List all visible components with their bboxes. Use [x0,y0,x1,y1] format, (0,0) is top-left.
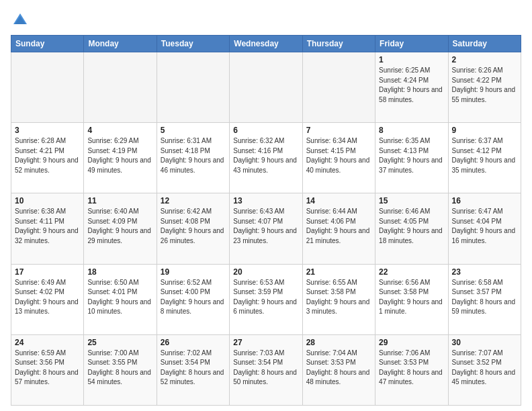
day-detail: Sunrise: 6:40 AMSunset: 4:09 PMDaylight:… [87,207,152,246]
day-detail: Sunrise: 7:00 AMSunset: 3:55 PMDaylight:… [87,349,152,387]
calendar-cell: 6Sunrise: 6:32 AMSunset: 4:16 PMDaylight… [230,123,302,193]
weekday-header-monday: Monday [84,36,157,52]
calendar-table: SundayMondayTuesdayWednesdayThursdayFrid… [11,35,521,406]
day-detail: Sunrise: 6:35 AMSunset: 4:13 PMDaylight:… [379,136,444,175]
day-detail: Sunrise: 7:07 AMSunset: 3:52 PMDaylight:… [452,349,517,387]
calendar-cell: 5Sunrise: 6:31 AMSunset: 4:18 PMDaylight… [157,123,229,193]
logo [11,11,32,30]
day-number: 5 [161,126,226,135]
day-detail: Sunrise: 6:25 AMSunset: 4:24 PMDaylight:… [379,66,444,105]
calendar-cell: 9Sunrise: 6:37 AMSunset: 4:12 PMDaylight… [448,123,521,193]
calendar-cell: 20Sunrise: 6:53 AMSunset: 3:59 PMDayligh… [230,264,302,334]
day-number: 27 [233,338,298,347]
day-number: 6 [233,126,298,135]
day-number: 24 [15,338,80,347]
calendar-cell: 21Sunrise: 6:55 AMSunset: 3:58 PMDayligh… [302,264,375,334]
calendar-cell [230,52,302,123]
calendar-week-3: 17Sunrise: 6:49 AMSunset: 4:02 PMDayligh… [11,264,521,334]
day-detail: Sunrise: 6:42 AMSunset: 4:08 PMDaylight:… [161,207,226,246]
day-detail: Sunrise: 7:03 AMSunset: 3:54 PMDaylight:… [233,349,298,387]
header [11,11,521,30]
calendar-cell: 3Sunrise: 6:28 AMSunset: 4:21 PMDaylight… [11,123,84,193]
calendar-cell [84,52,157,123]
day-number: 9 [452,126,517,135]
weekday-header-sunday: Sunday [11,36,84,52]
calendar-cell: 17Sunrise: 6:49 AMSunset: 4:02 PMDayligh… [11,264,84,334]
page: SundayMondayTuesdayWednesdayThursdayFrid… [0,0,532,411]
day-detail: Sunrise: 6:43 AMSunset: 4:07 PMDaylight:… [233,207,298,246]
weekday-header-tuesday: Tuesday [157,36,229,52]
day-detail: Sunrise: 6:34 AMSunset: 4:15 PMDaylight:… [306,136,371,175]
weekday-header-thursday: Thursday [302,36,375,52]
day-number: 10 [15,196,80,205]
day-number: 8 [379,126,444,135]
day-detail: Sunrise: 6:46 AMSunset: 4:05 PMDaylight:… [379,207,444,246]
calendar-cell: 7Sunrise: 6:34 AMSunset: 4:15 PMDaylight… [302,123,375,193]
day-number: 15 [379,196,444,205]
day-number: 18 [87,267,152,277]
day-detail: Sunrise: 6:29 AMSunset: 4:19 PMDaylight:… [87,136,152,175]
calendar-cell: 15Sunrise: 6:46 AMSunset: 4:05 PMDayligh… [375,193,448,264]
calendar-cell: 19Sunrise: 6:52 AMSunset: 4:00 PMDayligh… [157,264,229,334]
calendar-cell: 11Sunrise: 6:40 AMSunset: 4:09 PMDayligh… [84,193,157,264]
calendar-week-0: 1Sunrise: 6:25 AMSunset: 4:24 PMDaylight… [11,52,521,123]
day-number: 22 [379,267,444,277]
calendar-cell: 27Sunrise: 7:03 AMSunset: 3:54 PMDayligh… [230,334,302,405]
calendar-cell: 18Sunrise: 6:50 AMSunset: 4:01 PMDayligh… [84,264,157,334]
day-number: 30 [452,338,517,347]
day-number: 26 [161,338,226,347]
calendar-cell: 12Sunrise: 6:42 AMSunset: 4:08 PMDayligh… [157,193,229,264]
day-number: 23 [452,267,517,277]
day-detail: Sunrise: 6:58 AMSunset: 3:57 PMDaylight:… [452,278,517,317]
day-number: 28 [306,338,371,347]
day-number: 13 [233,196,298,205]
day-detail: Sunrise: 6:38 AMSunset: 4:11 PMDaylight:… [15,207,80,246]
calendar-week-2: 10Sunrise: 6:38 AMSunset: 4:11 PMDayligh… [11,193,521,264]
calendar-cell: 8Sunrise: 6:35 AMSunset: 4:13 PMDaylight… [375,123,448,193]
day-detail: Sunrise: 6:32 AMSunset: 4:16 PMDaylight:… [233,136,298,175]
weekday-header-wednesday: Wednesday [230,36,302,52]
weekday-row: SundayMondayTuesdayWednesdayThursdayFrid… [11,36,521,52]
day-number: 11 [87,196,152,205]
day-number: 25 [87,338,152,347]
calendar-cell: 28Sunrise: 7:04 AMSunset: 3:53 PMDayligh… [302,334,375,405]
weekday-header-friday: Friday [375,36,448,52]
day-detail: Sunrise: 7:06 AMSunset: 3:53 PMDaylight:… [379,349,444,387]
day-detail: Sunrise: 6:55 AMSunset: 3:58 PMDaylight:… [306,278,371,317]
calendar-cell [302,52,375,123]
day-detail: Sunrise: 6:37 AMSunset: 4:12 PMDaylight:… [452,136,517,175]
calendar-cell: 14Sunrise: 6:44 AMSunset: 4:06 PMDayligh… [302,193,375,264]
calendar-cell: 26Sunrise: 7:02 AMSunset: 3:54 PMDayligh… [157,334,229,405]
day-detail: Sunrise: 6:56 AMSunset: 3:58 PMDaylight:… [379,278,444,317]
calendar-week-1: 3Sunrise: 6:28 AMSunset: 4:21 PMDaylight… [11,123,521,193]
day-detail: Sunrise: 6:44 AMSunset: 4:06 PMDaylight:… [306,207,371,246]
day-number: 16 [452,196,517,205]
calendar-cell: 24Sunrise: 6:59 AMSunset: 3:56 PMDayligh… [11,334,84,405]
day-number: 2 [452,55,517,64]
calendar-cell: 2Sunrise: 6:26 AMSunset: 4:22 PMDaylight… [448,52,521,123]
calendar-cell: 22Sunrise: 6:56 AMSunset: 3:58 PMDayligh… [375,264,448,334]
day-detail: Sunrise: 6:59 AMSunset: 3:56 PMDaylight:… [15,349,80,387]
day-detail: Sunrise: 7:04 AMSunset: 3:53 PMDaylight:… [306,349,371,387]
calendar-cell: 23Sunrise: 6:58 AMSunset: 3:57 PMDayligh… [448,264,521,334]
day-number: 1 [379,55,444,64]
weekday-header-saturday: Saturday [448,36,521,52]
day-number: 20 [233,267,298,277]
day-number: 19 [161,267,226,277]
calendar-cell [11,52,84,123]
calendar-cell: 4Sunrise: 6:29 AMSunset: 4:19 PMDaylight… [84,123,157,193]
logo-icon [11,11,30,30]
calendar-header: SundayMondayTuesdayWednesdayThursdayFrid… [11,36,521,52]
day-detail: Sunrise: 6:52 AMSunset: 4:00 PMDaylight:… [161,278,226,317]
day-number: 4 [87,126,152,135]
calendar-cell: 16Sunrise: 6:47 AMSunset: 4:04 PMDayligh… [448,193,521,264]
day-number: 3 [15,126,80,135]
calendar-cell: 13Sunrise: 6:43 AMSunset: 4:07 PMDayligh… [230,193,302,264]
day-detail: Sunrise: 7:02 AMSunset: 3:54 PMDaylight:… [161,349,226,387]
calendar-cell: 25Sunrise: 7:00 AMSunset: 3:55 PMDayligh… [84,334,157,405]
day-number: 12 [161,196,226,205]
calendar-cell [157,52,229,123]
day-detail: Sunrise: 6:53 AMSunset: 3:59 PMDaylight:… [233,278,298,317]
calendar-cell: 1Sunrise: 6:25 AMSunset: 4:24 PMDaylight… [375,52,448,123]
calendar-cell: 30Sunrise: 7:07 AMSunset: 3:52 PMDayligh… [448,334,521,405]
